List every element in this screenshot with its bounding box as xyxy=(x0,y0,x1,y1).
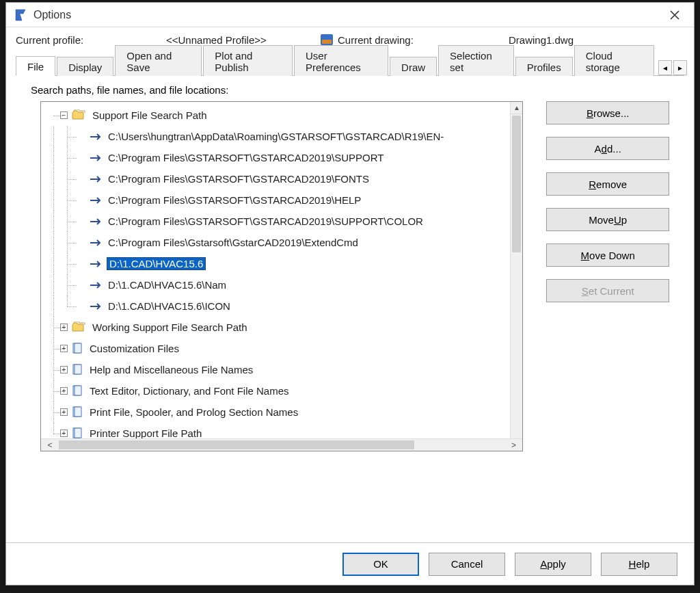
tree-path-label: D:\1.CAD\HVAC15.6\ICON xyxy=(107,300,232,312)
browse-button[interactable]: Browse... xyxy=(546,101,669,124)
dialog-button-bar: OK Cancel Apply Help xyxy=(6,542,694,585)
cancel-button[interactable]: Cancel xyxy=(429,553,505,576)
tree-path-item[interactable]: C:\Program Files\GSTARSOFT\GSTARCAD2019\… xyxy=(46,168,522,189)
horizontal-scrollbar[interactable]: < > xyxy=(41,438,522,451)
horizontal-scroll-thumb[interactable] xyxy=(59,440,414,449)
move-down-button[interactable]: Move Down xyxy=(546,243,669,267)
folders-icon xyxy=(72,109,87,122)
path-arrow-icon xyxy=(89,238,104,248)
document-icon xyxy=(72,364,84,376)
path-arrow-icon xyxy=(89,280,104,290)
panel-label: Search paths, file names, and file locat… xyxy=(16,76,684,101)
tree-path-label: D:\1.CAD\HVAC15.6 xyxy=(107,257,206,270)
svg-rect-9 xyxy=(75,407,81,417)
tree-path-label: C:\Program Files\GSTARSOFT\GSTARCAD2019\… xyxy=(107,215,425,227)
set-current-button: Set Current xyxy=(546,279,669,302)
tree-node-collapsed[interactable]: +Customization Files xyxy=(46,338,522,359)
tab-profiles[interactable]: Profiles xyxy=(515,57,573,76)
current-profile-value: <<Unnamed Profile>> xyxy=(166,34,320,46)
side-button-column: Browse... Add... Remove Move Up Move Dow… xyxy=(546,101,669,322)
tree-path-item[interactable]: C:\Users\hungtran\AppData\Roaming\GSTARS… xyxy=(46,126,522,147)
tab-panel-file: Search paths, file names, and file locat… xyxy=(16,75,684,542)
tab-draw[interactable]: Draw xyxy=(390,57,437,76)
vertical-scroll-thumb[interactable] xyxy=(512,116,521,252)
scroll-left-icon[interactable]: < xyxy=(41,439,59,451)
tree-path-label: D:\1.CAD\HVAC15.6\Nam xyxy=(107,279,228,291)
svg-rect-11 xyxy=(75,428,81,438)
tree-node-label: Text Editor, Dictionary, and Font File N… xyxy=(88,385,291,397)
tree-path-label: C:\Program Files\Gstarsoft\GstarCAD2019\… xyxy=(107,237,360,248)
current-drawing-label: Current drawing: xyxy=(338,34,509,46)
svg-rect-7 xyxy=(75,386,81,395)
path-arrow-icon xyxy=(89,153,104,163)
path-arrow-icon xyxy=(89,217,104,226)
tab-cloud-storage[interactable]: Cloud storage xyxy=(574,45,654,76)
tree-node-collapsed[interactable]: +Printer Support File Path xyxy=(46,423,522,438)
app-icon xyxy=(13,8,28,23)
tree-node-collapsed[interactable]: +Working Support File Search Path xyxy=(46,317,522,338)
document-icon xyxy=(72,427,84,439)
document-icon xyxy=(72,406,84,419)
tree-node-label: Support File Search Path xyxy=(91,109,208,121)
add-button[interactable]: Add... xyxy=(546,137,669,160)
path-arrow-icon xyxy=(89,259,104,269)
tree-path-label: C:\Program Files\GSTARSOFT\GSTARCAD2019\… xyxy=(107,152,385,163)
tree-path-item[interactable]: D:\1.CAD\HVAC15.6\ICON xyxy=(46,295,522,317)
tab-selection-set[interactable]: Selection set xyxy=(438,45,514,76)
tree-path-item[interactable]: D:\1.CAD\HVAC15.6\Nam xyxy=(46,274,522,295)
tree-node-collapsed[interactable]: +Help and Miscellaneous File Names xyxy=(46,359,522,380)
svg-rect-3 xyxy=(75,343,81,353)
drawing-icon xyxy=(320,34,338,46)
tree-path-label: C:\Program Files\GSTARSOFT\GSTARCAD2019\… xyxy=(107,173,371,185)
folders-icon xyxy=(72,321,87,334)
tree-node-collapsed[interactable]: +Text Editor, Dictionary, and Font File … xyxy=(46,380,522,401)
dialog-title: Options xyxy=(33,9,662,21)
tree-path-label: C:\Users\hungtran\AppData\Roaming\GSTARS… xyxy=(107,131,445,142)
tree-node-support-file-search-path[interactable]: −Support File Search Path xyxy=(46,105,522,126)
tab-plot-and-publish[interactable]: Plot and Publish xyxy=(203,45,293,76)
tab-scroll-right[interactable]: ► xyxy=(673,60,687,75)
path-arrow-icon xyxy=(89,174,104,184)
tab-bar: File Display Open and Save Plot and Publ… xyxy=(6,52,694,75)
tab-scroll-left[interactable]: ◄ xyxy=(658,60,672,75)
tree-node-label: Print File, Spooler, and Prolog Section … xyxy=(88,406,299,418)
tab-display[interactable]: Display xyxy=(57,57,113,76)
titlebar: Options xyxy=(6,3,694,27)
tab-file[interactable]: File xyxy=(16,56,55,76)
tab-user-preferences[interactable]: User Preferences xyxy=(294,45,388,76)
remove-button[interactable]: Remove xyxy=(546,172,669,196)
path-arrow-icon xyxy=(89,302,104,311)
svg-rect-5 xyxy=(75,365,81,374)
search-paths-tree[interactable]: −Support File Search PathC:\Users\hungtr… xyxy=(40,101,523,451)
options-dialog: Options Current profile: <<Unnamed Profi… xyxy=(5,2,695,585)
document-icon xyxy=(72,343,84,355)
ok-button[interactable]: OK xyxy=(342,553,419,576)
tree-node-collapsed[interactable]: +Print File, Spooler, and Prolog Section… xyxy=(46,401,522,423)
tree-node-label: Customization Files xyxy=(88,343,180,354)
current-profile-label: Current profile: xyxy=(16,34,166,46)
move-up-button[interactable]: Move Up xyxy=(546,208,669,231)
scroll-up-icon[interactable]: ▲ xyxy=(511,102,522,114)
tree-node-label: Printer Support File Path xyxy=(88,427,203,438)
scroll-right-icon[interactable]: > xyxy=(504,439,522,451)
apply-button[interactable]: Apply xyxy=(515,553,591,576)
tab-scroll-buttons: ◄ ► xyxy=(658,60,687,75)
help-button[interactable]: Help xyxy=(601,553,677,576)
tree-path-item[interactable]: C:\Program Files\GSTARSOFT\GSTARCAD2019\… xyxy=(46,211,522,232)
vertical-scrollbar[interactable]: ▲ xyxy=(510,102,522,438)
close-button[interactable] xyxy=(662,5,687,25)
tab-open-and-save[interactable]: Open and Save xyxy=(115,45,202,76)
tree-path-item[interactable]: C:\Program Files\Gstarsoft\GstarCAD2019\… xyxy=(46,232,522,253)
tree-path-item[interactable]: C:\Program Files\GSTARSOFT\GSTARCAD2019\… xyxy=(46,189,522,211)
tree-node-label: Working Support File Search Path xyxy=(91,321,249,333)
tree-path-item[interactable]: D:\1.CAD\HVAC15.6 xyxy=(46,253,522,274)
current-drawing-value: Drawing1.dwg xyxy=(509,34,684,46)
tree-path-label: C:\Program Files\GSTARSOFT\GSTARCAD2019\… xyxy=(107,194,362,206)
tree-path-item[interactable]: C:\Program Files\GSTARSOFT\GSTARCAD2019\… xyxy=(46,147,522,168)
document-icon xyxy=(72,385,84,397)
path-arrow-icon xyxy=(89,196,104,205)
tree-node-label: Help and Miscellaneous File Names xyxy=(88,364,254,375)
path-arrow-icon xyxy=(89,132,104,142)
svg-rect-1 xyxy=(322,40,332,44)
